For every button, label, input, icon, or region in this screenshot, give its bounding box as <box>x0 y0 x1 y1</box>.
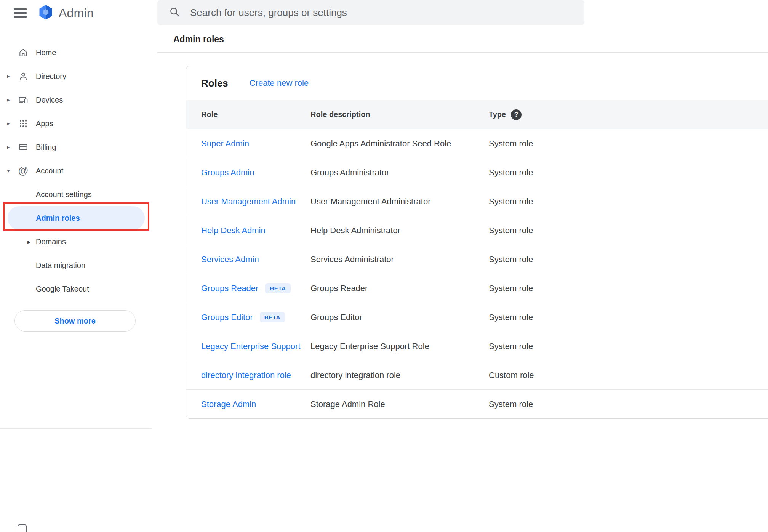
role-link[interactable]: Help Desk Admin <box>201 226 266 236</box>
create-new-role-link[interactable]: Create new role <box>250 78 309 88</box>
role-link[interactable]: Storage Admin <box>201 399 256 409</box>
role-type: System role <box>489 312 768 322</box>
subitem-label: Domains <box>36 237 66 246</box>
at-icon: @ <box>18 165 29 176</box>
table-row: Super Admin Google Apps Administrator Se… <box>186 129 768 158</box>
role-description: Google Apps Administrator Seed Role <box>310 139 489 149</box>
admin-hexagon-icon <box>37 4 54 22</box>
role-type: System role <box>489 284 768 293</box>
sidebar-item-apps[interactable]: ▸ Apps <box>0 112 152 135</box>
sidebar: Admin Home ▸ Directory ▸ Devices ▸ <box>0 0 152 532</box>
chevron-right-icon[interactable]: ▸ <box>5 96 11 103</box>
beta-badge: BETA <box>265 283 290 293</box>
menu-icon[interactable] <box>14 6 27 20</box>
table-row: Legacy Enterprise Support Legacy Enterpr… <box>186 332 768 361</box>
chevron-right-icon[interactable]: ▸ <box>5 73 11 80</box>
role-type: System role <box>489 197 768 207</box>
role-description: Legacy Enterprise Support Role <box>310 341 489 351</box>
column-header-type-label: Type <box>489 110 506 119</box>
subitem-label: Google Takeout <box>36 285 89 293</box>
sidebar-item-devices[interactable]: ▸ Devices <box>0 88 152 112</box>
table-row: Groups Reader BETA Groups Reader System … <box>186 274 768 303</box>
role-description: Help Desk Administrator <box>310 226 489 236</box>
admin-logo[interactable]: Admin <box>37 4 94 22</box>
chevron-right-icon[interactable]: ▸ <box>5 144 11 151</box>
chevron-right-icon[interactable]: ▸ <box>27 238 30 245</box>
sidebar-item-billing[interactable]: ▸ Billing <box>0 135 152 159</box>
sidebar-subitem-admin-roles[interactable]: Admin roles <box>8 206 145 230</box>
subitem-label: Account settings <box>36 190 92 199</box>
table-row: Storage Admin Storage Admin Role System … <box>186 389 768 418</box>
beta-badge: BETA <box>260 312 285 322</box>
sidebar-nav: Home ▸ Directory ▸ Devices ▸ <box>0 41 152 301</box>
role-link[interactable]: Groups Reader <box>201 284 258 293</box>
nav-label: Directory <box>36 72 66 81</box>
help-icon[interactable]: ? <box>511 109 522 120</box>
role-link[interactable]: User Management Admin <box>201 197 296 207</box>
search-icon <box>169 6 180 19</box>
sidebar-item-directory[interactable]: ▸ Directory <box>0 64 152 88</box>
apps-grid-icon <box>18 118 29 129</box>
role-description: Groups Editor <box>310 312 489 322</box>
roles-card: Roles Create new role Role Role descript… <box>186 66 768 419</box>
role-link[interactable]: Groups Editor <box>201 312 253 322</box>
role-type: System role <box>489 139 768 149</box>
table-row: Services Admin Services Administrator Sy… <box>186 245 768 274</box>
table-row: directory integration role directory int… <box>186 361 768 389</box>
chevron-right-icon[interactable]: ▸ <box>5 120 11 127</box>
role-type: System role <box>489 168 768 178</box>
table-row: User Management Admin User Management Ad… <box>186 187 768 216</box>
column-header-description: Role description <box>310 110 489 119</box>
role-link[interactable]: directory integration role <box>201 370 291 380</box>
role-type: System role <box>489 226 768 236</box>
role-description: User Management Administrator <box>310 197 489 207</box>
show-more-button[interactable]: Show more <box>14 310 136 332</box>
nav-label: Home <box>36 48 56 57</box>
role-type: Custom role <box>489 370 768 380</box>
role-link[interactable]: Super Admin <box>201 139 249 149</box>
column-header-type: Type ? <box>489 109 768 120</box>
sidebar-subitem-data-migration[interactable]: Data migration <box>0 253 152 277</box>
sidebar-partial-icon <box>18 524 27 532</box>
table-row: Help Desk Admin Help Desk Administrator … <box>186 216 768 245</box>
role-description: Groups Administrator <box>310 168 489 178</box>
role-type: System role <box>489 399 768 409</box>
search-bar[interactable] <box>157 0 584 25</box>
sidebar-subitem-domains[interactable]: ▸ Domains <box>0 230 152 253</box>
role-description: directory integration role <box>310 370 489 380</box>
role-description: Storage Admin Role <box>310 399 489 409</box>
sidebar-divider <box>0 428 152 429</box>
search-input[interactable] <box>190 7 575 19</box>
devices-icon <box>18 94 29 106</box>
role-link[interactable]: Legacy Enterprise Support <box>201 341 301 351</box>
sidebar-item-account[interactable]: ▾ @ Account <box>0 159 152 183</box>
sidebar-subitem-account-settings[interactable]: Account settings <box>0 183 152 206</box>
title-divider <box>157 52 768 53</box>
chevron-down-icon[interactable]: ▾ <box>5 167 11 174</box>
nav-label: Apps <box>36 119 53 128</box>
nav-label: Devices <box>36 96 63 104</box>
person-icon <box>18 71 29 82</box>
role-type: System role <box>489 255 768 264</box>
role-description: Services Administrator <box>310 255 489 264</box>
logo-text: Admin <box>59 6 94 20</box>
table-header-row: Role Role description Type ? <box>186 100 768 129</box>
column-header-role: Role <box>201 110 310 119</box>
subitem-label: Data migration <box>36 261 85 270</box>
table-row: Groups Admin Groups Administrator System… <box>186 158 768 187</box>
role-type: System role <box>489 341 768 351</box>
sidebar-subitem-google-takeout[interactable]: Google Takeout <box>0 277 152 301</box>
roles-heading: Roles <box>201 77 228 89</box>
role-link[interactable]: Services Admin <box>201 255 259 264</box>
table-row: Groups Editor BETA Groups Editor System … <box>186 303 768 332</box>
sidebar-item-home[interactable]: Home <box>0 41 152 64</box>
home-icon <box>18 47 29 58</box>
page-title: Admin roles <box>173 34 224 45</box>
billing-card-icon <box>18 141 29 153</box>
roles-card-header: Roles Create new role <box>186 66 768 100</box>
role-description: Groups Reader <box>310 284 489 293</box>
nav-label: Account <box>36 167 63 175</box>
role-link[interactable]: Groups Admin <box>201 168 254 178</box>
sidebar-header: Admin <box>0 0 152 26</box>
nav-label: Billing <box>36 143 56 152</box>
